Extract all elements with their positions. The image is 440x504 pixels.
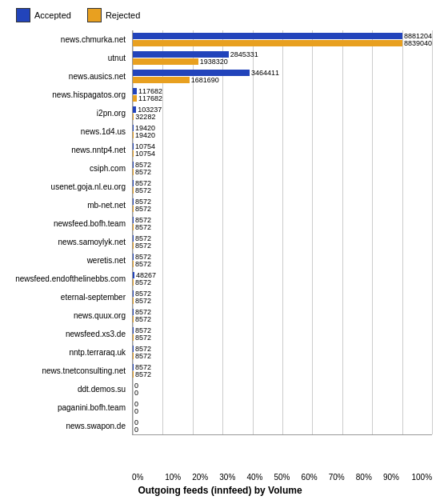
rejected-bar [133, 58, 198, 65]
bar-row: 85728572 [133, 233, 432, 251]
accepted-bar [133, 364, 134, 370]
bar-row: 85728572 [133, 306, 432, 325]
legend-accepted-color [16, 8, 30, 22]
rejected-bar [133, 77, 190, 83]
bar-row: 482678572 [133, 270, 432, 288]
x-axis-label: 70% [323, 473, 350, 482]
rejected-bar [133, 95, 137, 102]
x-axis-label: 100% [405, 473, 432, 482]
bar-row: 10323732282 [133, 104, 432, 122]
rejected-bar [133, 224, 134, 230]
rejected-value: 8572 [135, 186, 151, 194]
rejected-bar [133, 132, 134, 138]
y-label: news.tnetconsulting.net [8, 362, 129, 380]
bar-row: 85728572 [133, 325, 432, 343]
y-label: news.nntp4.net [8, 141, 129, 159]
legend-rejected-color [87, 8, 102, 22]
accepted-bar [133, 70, 250, 76]
accepted-bar [133, 309, 134, 315]
x-axis-label: 50% [268, 473, 295, 482]
rejected-value: 8572 [135, 242, 151, 250]
x-axis-label: 10% [159, 473, 186, 482]
bar-row: 1942019420 [133, 122, 432, 141]
rejected-value: 8572 [135, 205, 151, 213]
bar-row: 1075410754 [133, 141, 432, 159]
accepted-bar [133, 106, 136, 113]
rejected-value: 8572 [135, 260, 151, 268]
y-labels: news.chmurka.netutnutnews.ausics.netnews… [8, 30, 132, 435]
chart-body: news.chmurka.netutnutnews.ausics.netnews… [8, 30, 432, 482]
rejected-bar [133, 279, 134, 286]
rejected-value: 8572 [135, 297, 151, 305]
y-label: news.1d4.us [8, 122, 129, 141]
bar-row: 85728572 [133, 343, 432, 362]
bar-row: 34644111681690 [133, 67, 432, 86]
rejected-bar [133, 261, 134, 267]
bar-row: 85728572 [133, 362, 432, 380]
y-label: mb-net.net [8, 196, 129, 214]
accepted-bar [133, 143, 134, 150]
accepted-bar [133, 217, 134, 223]
y-label: nntp.terraraq.uk [8, 343, 129, 362]
accepted-bar [133, 235, 134, 242]
accepted-bar [133, 290, 134, 297]
accepted-bar [133, 162, 134, 168]
legend-rejected-label: Rejected [106, 10, 140, 20]
accepted-bar [133, 33, 402, 39]
rejected-bar [133, 150, 134, 157]
bar-row: 85728572 [133, 214, 432, 233]
bar-row: 85728572 [133, 178, 432, 196]
x-axis-label: 90% [378, 473, 405, 482]
bar-row: 85728572 [133, 159, 432, 178]
x-axis-label: 30% [214, 473, 241, 482]
accepted-bar [133, 327, 134, 334]
rejected-value: 117682 [138, 94, 162, 102]
x-axis-label: 0% [132, 473, 159, 482]
bar-row: 00 [133, 398, 432, 417]
bar-row: 85728572 [133, 251, 432, 270]
y-label: news.swapon.de [8, 417, 129, 435]
rejected-bar [133, 206, 134, 212]
rejected-value: 8572 [135, 223, 151, 231]
rejected-value: 10754 [135, 150, 155, 158]
rejected-bar [133, 298, 134, 304]
accepted-bar [133, 125, 134, 131]
chart-container: Accepted Rejected news.chmurka.netutnutn… [0, 0, 440, 504]
rejected-bar [133, 316, 134, 322]
rejected-value: 19420 [135, 131, 155, 139]
y-label: i2pn.org [8, 104, 129, 122]
rejected-value: 1681690 [191, 76, 219, 84]
chart-title: Outgoing feeds (innfeed) by Volume [8, 485, 432, 496]
legend: Accepted Rejected [8, 8, 432, 22]
accepted-bar [133, 180, 134, 186]
bars-wrapper: 8881204883904028453311938320346441116816… [132, 30, 432, 435]
accepted-value: 3464411 [251, 69, 279, 77]
y-label: news.chmurka.net [8, 30, 129, 49]
y-label: utnut [8, 49, 129, 67]
grid-line [432, 30, 433, 434]
rejected-bar [133, 242, 134, 249]
rejected-value: 8572 [135, 315, 151, 323]
accepted-value: 2845331 [230, 50, 258, 58]
accepted-bar [133, 198, 134, 205]
legend-accepted: Accepted [16, 8, 71, 22]
accepted-bar [133, 254, 134, 260]
y-label: ddt.demos.su [8, 380, 129, 398]
bar-row: 85728572 [133, 288, 432, 306]
bar-row: 88812048839040 [133, 30, 432, 49]
rejected-value: 8839040 [404, 39, 432, 47]
y-label: news.quux.org [8, 306, 129, 325]
accepted-bar [133, 272, 134, 278]
y-label: usenet.goja.nl.eu.org [8, 178, 129, 196]
y-label: newsfeed.bofh.team [8, 214, 129, 233]
legend-rejected: Rejected [87, 8, 140, 22]
y-label: paganini.bofh.team [8, 398, 129, 417]
bar-row: 00 [133, 417, 432, 435]
y-label: csiph.com [8, 159, 129, 178]
rejected-bar [133, 187, 134, 194]
legend-accepted-label: Accepted [34, 10, 71, 20]
bar-row: 85728572 [133, 196, 432, 214]
rejected-bar [133, 40, 402, 46]
rejected-bar [133, 334, 134, 341]
rejected-value: 8572 [135, 334, 151, 342]
